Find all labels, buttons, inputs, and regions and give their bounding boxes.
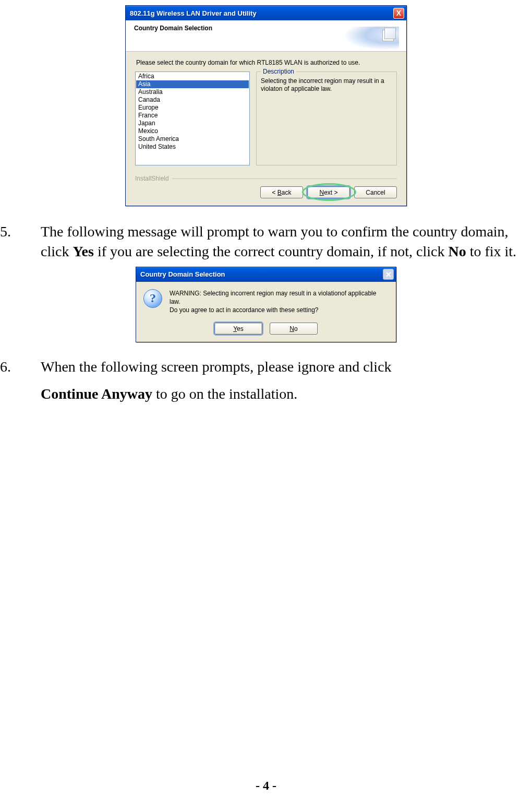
divider xyxy=(172,178,397,179)
cancel-button[interactable]: Cancel xyxy=(354,186,397,198)
question-icon: ? xyxy=(143,289,162,308)
close-icon[interactable]: X xyxy=(393,8,404,19)
step-6: 6. When the following screen prompts, pl… xyxy=(0,357,532,404)
prompt-text: Please select the country domain for whi… xyxy=(136,59,397,66)
list-item[interactable]: Japan xyxy=(136,120,249,127)
close-icon: ✕ xyxy=(383,269,394,280)
step-text: When the following screen prompts, pleas… xyxy=(41,357,527,404)
titlebar[interactable]: 802.11g Wireless LAN Driver and Utility … xyxy=(126,6,406,20)
country-listbox[interactable]: AfricaAsiaAustraliaCanadaEuropeFranceJap… xyxy=(135,72,250,165)
dialog-body: ? WARNING: Selecting incorrent region ma… xyxy=(136,282,396,323)
step-text: The following message will prompt to war… xyxy=(41,222,527,261)
window-title: 802.11g Wireless LAN Driver and Utility xyxy=(130,9,393,17)
no-button[interactable]: No xyxy=(270,323,318,335)
back-button[interactable]: < Back xyxy=(260,186,303,198)
button-row: Yes No xyxy=(136,323,396,342)
list-item[interactable]: United States xyxy=(136,143,249,151)
list-item[interactable]: Australia xyxy=(136,88,249,96)
titlebar[interactable]: Country Domain Selection ✕ xyxy=(136,267,396,282)
step-number: 5. xyxy=(0,222,31,261)
button-row: < Back Next > Cancel xyxy=(126,182,406,206)
confirm-dialog: Country Domain Selection ✕ ? WARNING: Se… xyxy=(136,267,396,343)
list-item[interactable]: France xyxy=(136,112,249,120)
next-button[interactable]: Next > xyxy=(307,186,350,198)
description-legend: Description xyxy=(261,68,296,75)
banner-decor-icon xyxy=(326,25,399,52)
page-number: - 4 - xyxy=(0,779,532,793)
list-item[interactable]: Mexico xyxy=(136,127,249,135)
list-item[interactable]: South America xyxy=(136,135,249,143)
list-item[interactable]: Canada xyxy=(136,96,249,104)
installshield-label: InstallShield xyxy=(126,173,406,182)
warning-text: WARNING: Selecting incorrent region may … xyxy=(170,289,389,315)
dialog-body: Please select the country domain for whi… xyxy=(126,52,406,173)
description-groupbox: Description Selecting the incorrect regi… xyxy=(256,72,397,165)
window-title: Country Domain Selection xyxy=(140,270,383,278)
installer-window: 802.11g Wireless LAN Driver and Utility … xyxy=(125,5,407,206)
banner: Country Domain Selection xyxy=(126,20,406,52)
list-item[interactable]: Europe xyxy=(136,104,249,112)
list-item[interactable]: Asia xyxy=(136,80,249,88)
yes-button[interactable]: Yes xyxy=(214,323,262,335)
description-text: Selecting the incorrect region may resul… xyxy=(261,77,392,93)
step-number: 6. xyxy=(0,357,31,404)
banner-title: Country Domain Selection xyxy=(134,25,212,51)
step-5: 5. The following message will prompt to … xyxy=(0,222,532,261)
list-item[interactable]: Africa xyxy=(136,73,249,80)
